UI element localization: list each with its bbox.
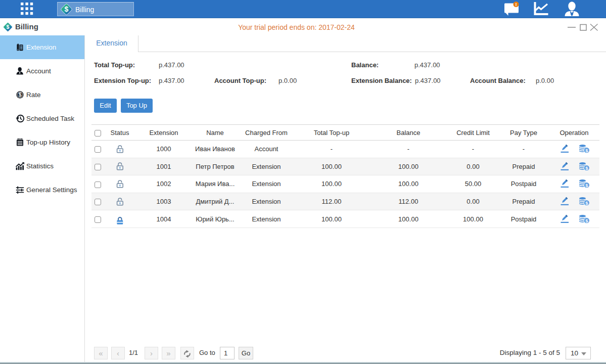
svg-text:$: $ [585,165,588,171]
svg-text:$: $ [18,92,21,98]
svg-text:!: ! [515,2,517,7]
svg-text:$: $ [585,217,588,223]
svg-text:$: $ [585,200,588,206]
svg-text:$: $ [65,5,69,13]
svg-text:$: $ [585,183,588,188]
svg-text:$: $ [585,148,588,153]
